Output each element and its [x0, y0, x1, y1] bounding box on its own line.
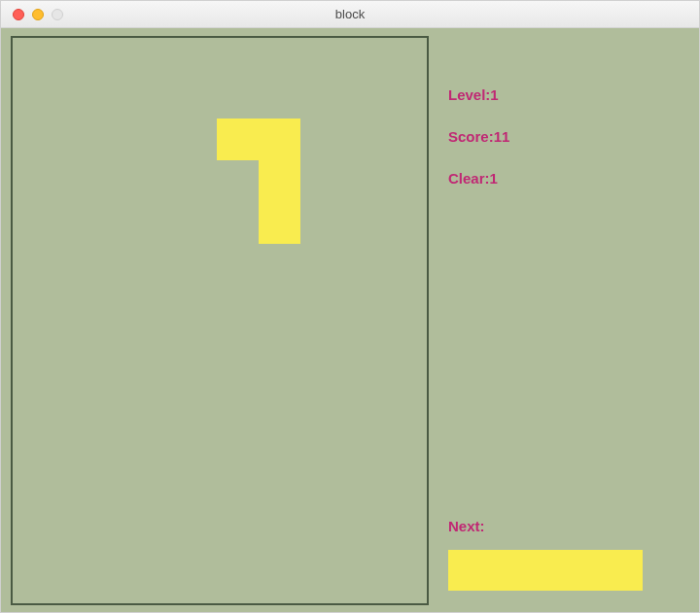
- level-label: Level:: [448, 86, 490, 103]
- clear-value: 1: [490, 170, 498, 187]
- clear-stat: Clear:1: [448, 170, 689, 187]
- minimize-icon[interactable]: [32, 9, 44, 20]
- game-content: Level:1 Score:11 Clear:1 Next:: [1, 28, 699, 612]
- piece-cell: [259, 119, 300, 160]
- piece-cell: [217, 119, 259, 160]
- score-value: 11: [494, 128, 510, 145]
- playfield[interactable]: [11, 36, 429, 605]
- level-value: 1: [490, 86, 498, 103]
- next-piece-preview: [448, 550, 643, 591]
- next-label: Next:: [448, 518, 485, 534]
- score-stat: Score:11: [448, 128, 689, 145]
- score-label: Score:: [448, 128, 494, 145]
- piece-cell: [259, 160, 300, 202]
- zoom-icon[interactable]: [52, 9, 63, 20]
- level-stat: Level:1: [448, 86, 689, 103]
- clear-label: Clear:: [448, 170, 490, 187]
- titlebar[interactable]: block: [1, 1, 699, 28]
- sidebar: Level:1 Score:11 Clear:1 Next:: [448, 36, 689, 604]
- close-icon[interactable]: [13, 9, 24, 20]
- app-window: block Level:1 Score:11 Clear:1 Next:: [0, 0, 700, 613]
- window-controls: [1, 9, 63, 20]
- piece-cell: [259, 202, 300, 244]
- window-title: block: [1, 7, 699, 21]
